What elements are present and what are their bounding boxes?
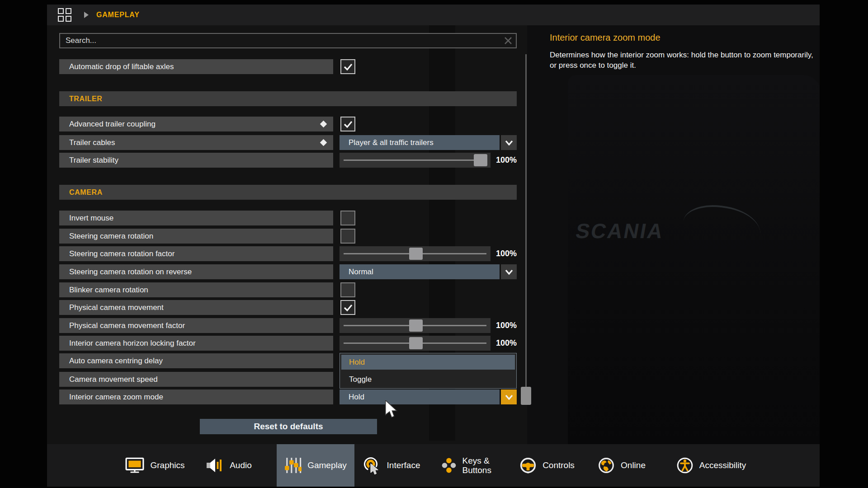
rotation-reverse-dropdown-button[interactable] bbox=[501, 264, 517, 279]
section-title: TRAILER bbox=[59, 95, 103, 103]
setting-row-physical-movement-factor[interactable]: Physical camera movement factor bbox=[59, 318, 333, 333]
setting-label: Steering camera rotation factor bbox=[59, 249, 175, 258]
tab-online[interactable]: Online bbox=[585, 444, 658, 487]
setting-row-invert-mouse[interactable]: Invert mouse bbox=[59, 211, 333, 225]
chevron-down-icon bbox=[505, 269, 513, 275]
slider-value: 100% bbox=[481, 246, 517, 261]
setting-row-steering-camera-rotation[interactable]: Steering camera rotation bbox=[59, 229, 333, 244]
tab-gameplay[interactable]: Gameplay bbox=[277, 444, 354, 487]
truck-brand-text: SCANIA bbox=[574, 219, 666, 243]
settings-window: SCANIA GAMEPLAY Automatic drop of liftab… bbox=[47, 5, 820, 487]
tab-label: Audio bbox=[230, 460, 252, 470]
slider-handle[interactable] bbox=[409, 337, 423, 349]
setting-label: Physical camera movement bbox=[59, 303, 164, 312]
setting-row-automatic-drop[interactable]: Automatic drop of liftable axles bbox=[59, 59, 333, 74]
tab-accessibility[interactable]: Accessibility bbox=[670, 444, 752, 487]
advanced-coupling-checkbox[interactable] bbox=[340, 117, 355, 131]
physical-movement-factor-slider[interactable] bbox=[340, 318, 491, 333]
slider-value: 100% bbox=[481, 153, 517, 168]
tab-label: Keys & Buttons bbox=[462, 456, 498, 475]
search-clear-button[interactable] bbox=[500, 34, 516, 47]
interior-zoom-mode-dropdown[interactable]: Hold bbox=[340, 389, 500, 404]
setting-row-blinker-camera-rotation[interactable]: Blinker camera rotation bbox=[59, 282, 333, 297]
slider-track bbox=[344, 160, 486, 161]
gamepad-dots-icon bbox=[441, 457, 457, 474]
accessibility-icon bbox=[676, 457, 693, 474]
setting-label: Trailer stability bbox=[59, 156, 118, 165]
steering-wheel-icon bbox=[519, 457, 537, 474]
globe-icon bbox=[598, 457, 615, 474]
check-icon bbox=[344, 121, 353, 128]
setting-label: Physical camera movement factor bbox=[59, 321, 185, 330]
dropdown-value: Hold bbox=[340, 393, 364, 402]
slider-value: 100% bbox=[481, 336, 517, 351]
dropdown-value: Normal bbox=[340, 267, 373, 277]
setting-label: Auto camera centring delay bbox=[59, 357, 163, 366]
setting-row-trailer-stability[interactable]: Trailer stability bbox=[59, 153, 333, 168]
tab-label: Online bbox=[621, 460, 646, 470]
option-label: Toggle bbox=[341, 375, 372, 384]
chevron-down-icon bbox=[505, 394, 513, 400]
dropdown-option-toggle[interactable]: Toggle bbox=[341, 372, 515, 387]
horizon-locking-factor-slider[interactable] bbox=[340, 336, 491, 351]
automatic-drop-checkbox[interactable] bbox=[340, 59, 355, 74]
slider-handle[interactable] bbox=[409, 319, 423, 332]
blinker-camera-rotation-checkbox[interactable] bbox=[340, 282, 355, 297]
setting-row-physical-camera-movement[interactable]: Physical camera movement bbox=[59, 300, 333, 315]
setting-label: Camera movement speed bbox=[59, 375, 158, 384]
scrollbar-handle[interactable] bbox=[521, 387, 531, 405]
setting-row-advanced-coupling[interactable]: Advanced trailer coupling bbox=[59, 117, 333, 131]
tab-controls[interactable]: Controls bbox=[511, 444, 583, 487]
scrollbar-track[interactable] bbox=[525, 54, 527, 405]
setting-label: Interior camera zoom mode bbox=[59, 393, 163, 402]
search-box bbox=[59, 33, 517, 48]
setting-label: Advanced trailer coupling bbox=[59, 120, 156, 129]
monitor-icon bbox=[125, 457, 144, 474]
section-title: CAMERA bbox=[59, 188, 103, 197]
steering-camera-rotation-checkbox[interactable] bbox=[340, 229, 355, 244]
setting-label: Automatic drop of liftable axles bbox=[59, 62, 174, 71]
advanced-setting-diamond-icon bbox=[320, 139, 327, 146]
tab-interface[interactable]: Interface bbox=[355, 444, 428, 487]
setting-row-interior-camera-zoom-mode[interactable]: Interior camera zoom mode bbox=[59, 389, 333, 404]
tab-audio[interactable]: Audio bbox=[193, 444, 265, 487]
setting-row-steering-rotation-reverse[interactable]: Steering camera rotation on reverse bbox=[59, 264, 333, 279]
info-panel-title: Interior camera zoom mode bbox=[550, 33, 660, 43]
setting-label: Invert mouse bbox=[59, 214, 113, 223]
background-scene: SCANIA bbox=[527, 25, 820, 444]
dropdown-option-hold[interactable]: Hold bbox=[341, 355, 515, 370]
tab-keys-buttons[interactable]: Keys & Buttons bbox=[433, 444, 505, 487]
invert-mouse-checkbox[interactable] bbox=[340, 211, 355, 225]
tab-label: Graphics bbox=[150, 460, 184, 470]
dropdown-value: Player & all traffic trailers bbox=[340, 138, 434, 147]
slider-handle[interactable] bbox=[409, 248, 423, 260]
section-header-camera: CAMERA bbox=[59, 185, 517, 200]
trailer-cables-dropdown[interactable]: Player & all traffic trailers bbox=[340, 135, 500, 150]
setting-label: Steering camera rotation bbox=[59, 232, 153, 241]
slider-value: 100% bbox=[481, 318, 517, 333]
option-label: Hold bbox=[341, 358, 365, 367]
physical-camera-movement-checkbox[interactable] bbox=[340, 300, 355, 315]
chevron-down-icon bbox=[505, 140, 513, 145]
search-input[interactable] bbox=[60, 36, 500, 46]
trailer-cables-dropdown-button[interactable] bbox=[501, 135, 517, 150]
trailer-stability-slider[interactable] bbox=[340, 153, 491, 168]
tab-label: Interface bbox=[387, 460, 420, 470]
tab-label: Controls bbox=[542, 460, 575, 470]
setting-row-steering-rotation-factor[interactable]: Steering camera rotation factor bbox=[59, 246, 333, 261]
interior-zoom-mode-dropdown-button[interactable] bbox=[501, 389, 517, 404]
setting-row-auto-camera-centring-delay[interactable]: Auto camera centring delay bbox=[59, 353, 333, 368]
tab-graphics[interactable]: Graphics bbox=[119, 444, 191, 487]
check-icon bbox=[344, 304, 353, 311]
setting-row-trailer-cables[interactable]: Trailer cables bbox=[59, 135, 333, 150]
steering-rotation-factor-slider[interactable] bbox=[340, 246, 491, 261]
menu-grid-icon[interactable] bbox=[58, 8, 71, 22]
setting-row-horizon-locking-factor[interactable]: Interior camera horizon locking factor bbox=[59, 336, 333, 351]
breadcrumb-arrow-icon bbox=[84, 12, 89, 18]
setting-label: Interior camera horizon locking factor bbox=[59, 339, 196, 348]
reset-to-defaults-button[interactable]: Reset to defaults bbox=[200, 419, 377, 434]
setting-label: Trailer cables bbox=[59, 138, 115, 147]
pointer-icon bbox=[363, 456, 381, 474]
setting-row-camera-movement-speed[interactable]: Camera movement speed bbox=[59, 372, 333, 387]
rotation-reverse-dropdown[interactable]: Normal bbox=[340, 264, 500, 279]
